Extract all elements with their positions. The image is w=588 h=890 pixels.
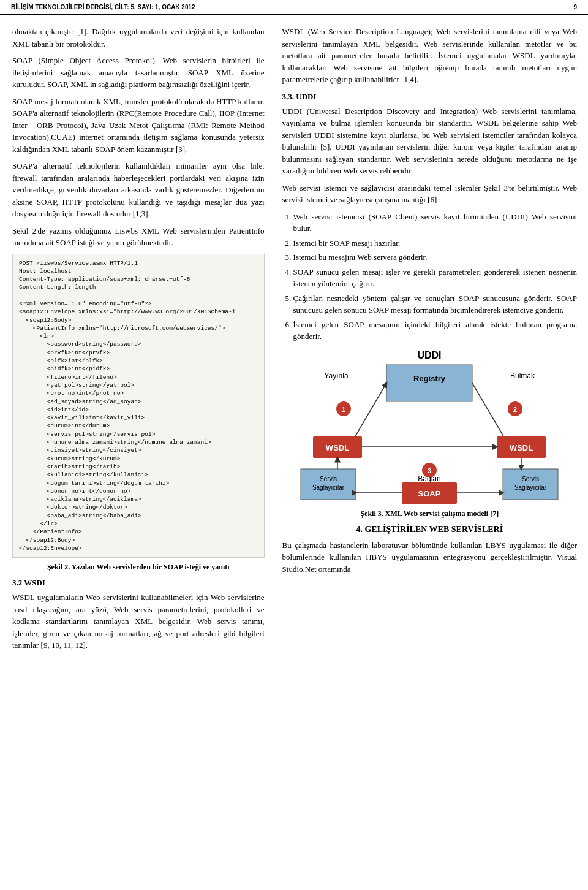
svg-rect-1 <box>386 365 472 401</box>
svg-text:Sağlayıcılar: Sağlayıcılar <box>514 484 547 491</box>
page-header: BİLİŞİM TEKNOLOJİLERİ DERGİSİ, CİLT: 5, … <box>0 0 588 15</box>
list-item-2: İstemci bir SOAP mesajı hazırlar. <box>293 237 577 249</box>
svg-line-4 <box>350 383 386 446</box>
svg-text:SOAP: SOAP <box>418 489 441 498</box>
svg-text:1: 1 <box>342 406 345 413</box>
svg-text:WSDL: WSDL <box>510 443 533 452</box>
list-item-3: İstemci bu mesajını Web servera gönderir… <box>293 251 577 264</box>
para-1: olmaktan çıkmıştır [1]. Dağıtık uygulama… <box>12 26 265 50</box>
para-5: Şekil 2'de yazmış olduğumuz Liswbs XML W… <box>12 225 265 249</box>
left-column: olmaktan çıkmıştır [1]. Dağıtık uygulama… <box>0 21 276 884</box>
page: BİLİŞİM TEKNOLOJİLERİ DERGİSİ, CİLT: 5, … <box>0 0 588 890</box>
svg-text:Servis: Servis <box>522 476 539 482</box>
svg-text:2: 2 <box>513 406 517 413</box>
page-number: 9 <box>573 4 577 10</box>
para-4: SOAP'a alternatif teknolojilerin kullanı… <box>12 160 265 220</box>
wsdl-intro-para: WSDL (Web Service Description Language);… <box>282 26 577 86</box>
journal-title: BİLİŞİM TEKNOLOJİLERİ DERGİSİ, CİLT: 5, … <box>11 4 195 10</box>
content-area: olmaktan çıkmıştır [1]. Dağıtık uygulama… <box>0 15 588 890</box>
svg-text:Registry: Registry <box>413 374 446 383</box>
list-item-5: Çağırılan nesnedeki yöntem çalışır ve so… <box>293 292 577 316</box>
list-item-6: İstemci gelen SOAP mesajının içindeki bi… <box>293 319 577 343</box>
svg-text:Bulmak: Bulmak <box>510 371 535 380</box>
section-32-heading: 3.2 WSDL <box>12 578 265 588</box>
section4-para: Bu çalışmada hastanelerin laboratuvar bö… <box>282 539 577 576</box>
uddi-diagram: UDDI Registry Yayınla 1 Bulmak 2 <box>288 348 570 507</box>
svg-text:Servis: Servis <box>320 476 337 482</box>
para-2: SOAP (Simple Object Access Protokol), We… <box>12 55 265 91</box>
svg-text:3: 3 <box>428 467 431 474</box>
svg-text:Yayınla: Yayınla <box>325 371 349 380</box>
list-item-1: Web servisi istemcisi (SOAP Client) serv… <box>293 211 577 235</box>
soap-code-block: POST /liswbs/Service.asmx HTTP/1.1 Host:… <box>12 254 265 558</box>
section-33-heading: 3.3. UDDI <box>282 92 577 102</box>
para-3: SOAP mesaj formatı olarak XML, transfer … <box>12 96 265 156</box>
svg-text:WSDL: WSDL <box>326 443 349 452</box>
uddi-intro-para: UDDI (Universal Description Discovery an… <box>282 105 577 177</box>
figure3-caption: Şekil 3. XML Web servisi çalışma modeli … <box>282 509 577 519</box>
svg-text:UDDI: UDDI <box>418 350 442 360</box>
section-4-heading: 4. GELİŞTİRİLEN WEB SERVİSLERİ <box>282 525 577 534</box>
right-column: WSDL (Web Service Description Language);… <box>276 21 588 884</box>
figure2-caption: Şekil 2. Yazılan Web servislerden bir SO… <box>12 563 265 572</box>
web-service-steps-list: Web servisi istemcisi (SOAP Client) serv… <box>293 211 577 343</box>
uddi-para2: Web servisi istemci ve sağlayıcısı arası… <box>282 182 577 206</box>
list-item-4: SOAP sunucu gelen mesajı işler ve gerekl… <box>293 266 577 290</box>
uddi-diagram-container: UDDI Registry Yayınla 1 Bulmak 2 <box>282 348 577 507</box>
svg-text:Sağlayıcılar: Sağlayıcılar <box>312 484 345 491</box>
wsdl-para: WSDL uygulamaların Web servislerini kull… <box>12 591 265 652</box>
svg-line-8 <box>472 383 509 446</box>
